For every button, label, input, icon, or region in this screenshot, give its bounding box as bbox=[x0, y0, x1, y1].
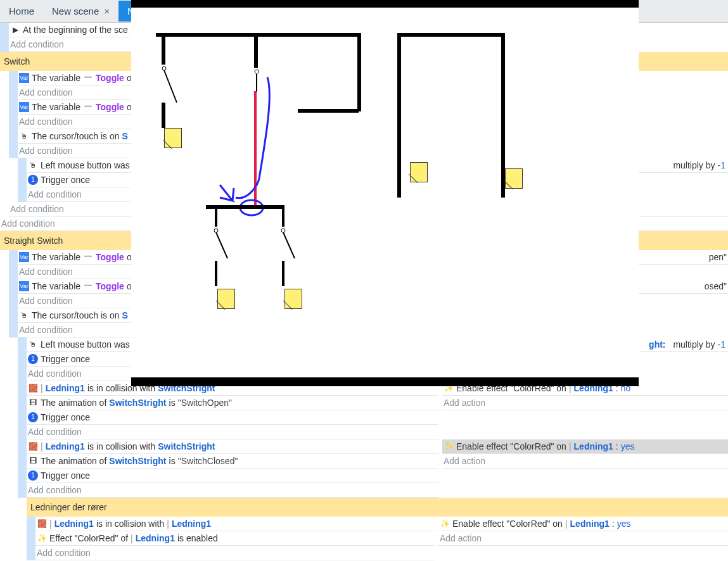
film-icon: 🎞 bbox=[28, 398, 38, 408]
txt: Enable effect "ColorRed" on bbox=[452, 517, 563, 531]
bracket-icon: 〰 bbox=[83, 281, 93, 291]
act-enable-yes[interactable]: ✨ Enable effect "ColorRed" on | Ledning1… bbox=[442, 439, 728, 454]
cursor-icon: 🖱 bbox=[19, 131, 29, 141]
cond-text: At the beginning of the sce bbox=[23, 23, 128, 37]
effect-icon: ✨ bbox=[37, 533, 47, 543]
var-name: Toggle bbox=[96, 71, 124, 85]
txt: pen" bbox=[709, 250, 727, 264]
tab-scene1[interactable]: New scene × bbox=[43, 1, 118, 22]
val: yes bbox=[621, 439, 635, 453]
bracket-icon: 〰 bbox=[83, 252, 93, 262]
tab-scene1-label: New scene bbox=[52, 6, 99, 16]
txt: multiply by bbox=[673, 337, 715, 351]
txt: Left mouse button was bbox=[41, 337, 130, 351]
obj: S bbox=[122, 129, 128, 143]
txt: The cursor/touch is on bbox=[32, 129, 120, 143]
bracket-icon: 〰 bbox=[83, 102, 93, 112]
add-condition[interactable]: Add condition bbox=[27, 425, 438, 439]
switch-icon bbox=[210, 227, 235, 265]
txt2: is enabled bbox=[177, 531, 218, 545]
add-condition[interactable]: Add condition bbox=[35, 546, 435, 560]
obj1: Ledning1 bbox=[46, 381, 85, 395]
tab-home[interactable]: Home bbox=[0, 1, 43, 22]
cond-trigger-once-3[interactable]: 1 Trigger once bbox=[27, 410, 438, 425]
one-icon: 1 bbox=[28, 175, 38, 185]
cursor-icon: 🖱 bbox=[19, 310, 29, 320]
cond-trigger-once-4[interactable]: 1 Trigger once bbox=[27, 469, 438, 483]
txt: Trigger once bbox=[41, 352, 90, 366]
obj1: Ledning1 bbox=[54, 517, 94, 531]
txt: The cursor/touch is on bbox=[32, 308, 120, 322]
var-icon: Var bbox=[19, 281, 29, 291]
switch-icon bbox=[277, 227, 302, 265]
cond-anim-closed[interactable]: 🎞 The animation of SwitchStright is "Swi… bbox=[27, 454, 438, 469]
cond-collision-closed[interactable]: 🧱 | Ledning1 is in collision with Switch… bbox=[27, 439, 438, 454]
txt: Trigger once bbox=[41, 469, 90, 482]
obj2: Ledning1 bbox=[172, 517, 211, 531]
txt: Trigger once bbox=[41, 410, 90, 424]
effect-icon: ✨ bbox=[440, 519, 450, 529]
val: "SwitchClosed" bbox=[178, 454, 238, 468]
obj: SwitchStright bbox=[109, 396, 166, 410]
txt: The variable bbox=[32, 71, 80, 85]
collision-icon: 🧱 bbox=[37, 519, 47, 529]
txt: Trigger once bbox=[41, 173, 90, 187]
is: is bbox=[169, 454, 176, 468]
num: -1 bbox=[718, 337, 725, 351]
add-action[interactable]: Add action bbox=[438, 531, 728, 546]
txt: The animation of bbox=[41, 396, 106, 410]
is: is bbox=[169, 396, 176, 410]
txt: The variable bbox=[32, 279, 80, 293]
var-icon: Var bbox=[19, 102, 29, 112]
add-action[interactable]: Add action bbox=[442, 396, 728, 410]
txt: is in collision with bbox=[87, 439, 155, 453]
var-name: Toggle bbox=[96, 250, 124, 264]
obj: Ledning1 bbox=[574, 439, 613, 453]
mouse-icon: 🖱 bbox=[28, 160, 38, 170]
txt: Effect "ColorRed" of bbox=[49, 531, 128, 545]
num: -1 bbox=[718, 158, 725, 172]
svg-point-7 bbox=[281, 229, 285, 232]
obj1: Ledning1 bbox=[46, 439, 85, 453]
txt: is in collision with bbox=[96, 517, 164, 531]
txt: Enable effect "ColorRed" on bbox=[456, 439, 566, 453]
obj: Ledning1 bbox=[570, 517, 610, 531]
var-name: Toggle bbox=[96, 279, 124, 293]
obj2: SwitchStright bbox=[158, 439, 215, 453]
cond-ledning-collision[interactable]: 🧱 | Ledning1 is in collision with | Ledn… bbox=[35, 517, 435, 531]
var-name: Toggle bbox=[96, 100, 124, 114]
txt: The variable bbox=[32, 100, 80, 114]
add-action[interactable]: Add action bbox=[442, 454, 728, 469]
var-icon: Var bbox=[19, 73, 29, 83]
txt: osed" bbox=[705, 279, 727, 293]
cond-anim-open[interactable]: 🎞 The animation of SwitchStright is "Swi… bbox=[27, 396, 438, 410]
txt: Left mouse button was bbox=[41, 158, 130, 172]
c: : bbox=[616, 439, 618, 453]
game-preview-window bbox=[131, 0, 639, 386]
one-icon: 1 bbox=[28, 470, 38, 481]
val: yes bbox=[617, 517, 631, 531]
svg-point-5 bbox=[214, 229, 218, 232]
c: : bbox=[612, 517, 615, 531]
obj: SwitchStright bbox=[109, 454, 166, 468]
var-icon: Var bbox=[19, 252, 29, 262]
add-condition[interactable]: Add condition bbox=[27, 483, 438, 498]
bracket-icon: 〰 bbox=[83, 73, 93, 83]
mouse-icon: 🖱 bbox=[28, 339, 38, 350]
val: "SwitchOpen" bbox=[178, 396, 232, 410]
effect-icon: ✨ bbox=[444, 441, 454, 451]
svg-line-6 bbox=[216, 232, 227, 258]
annotation-arrow-icon bbox=[214, 71, 290, 217]
close-icon[interactable]: × bbox=[104, 6, 110, 16]
collision-icon: 🧱 bbox=[28, 441, 38, 451]
obj: Ledning1 bbox=[136, 531, 175, 545]
txt: The variable bbox=[32, 250, 80, 264]
group-ledninger[interactable]: Ledninger der rører bbox=[27, 498, 728, 517]
obj: S bbox=[122, 308, 128, 322]
preview-canvas[interactable] bbox=[131, 8, 639, 377]
film-icon: 🎞 bbox=[28, 456, 38, 466]
svg-point-0 bbox=[162, 66, 166, 70]
one-icon: 1 bbox=[28, 412, 38, 422]
cond-effect-enabled[interactable]: ✨ Effect "ColorRed" of | Ledning1 is ena… bbox=[35, 531, 435, 546]
act-enable-yes-2[interactable]: ✨ Enable effect "ColorRed" on | Ledning1… bbox=[438, 517, 728, 531]
